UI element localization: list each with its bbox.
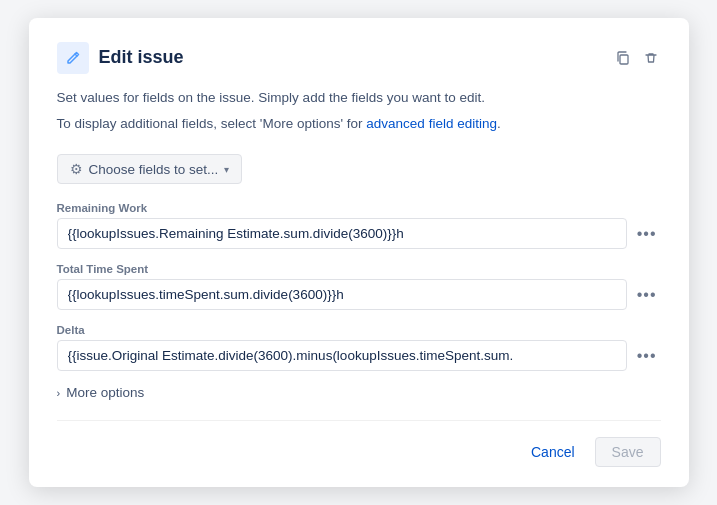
choose-fields-button[interactable]: ⚙ Choose fields to set... ▾ xyxy=(57,154,243,184)
chevron-right-icon: › xyxy=(57,387,61,399)
field-group-total-time-spent: Total Time Spent ••• xyxy=(57,263,661,310)
chevron-down-icon: ▾ xyxy=(224,164,229,175)
description-line1: Set values for fields on the issue. Simp… xyxy=(57,88,661,108)
dialog-header: Edit issue xyxy=(57,42,661,74)
header-actions xyxy=(613,48,661,68)
ellipsis-icon: ••• xyxy=(637,347,657,365)
field-label-total-time-spent: Total Time Spent xyxy=(57,263,661,275)
fields-container: Remaining Work ••• Total Time Spent ••• … xyxy=(57,202,661,371)
field-label-delta: Delta xyxy=(57,324,661,336)
delete-button[interactable] xyxy=(641,48,661,68)
more-options-label: More options xyxy=(66,385,144,400)
more-options-row[interactable]: › More options xyxy=(57,385,661,400)
field-input-delta[interactable] xyxy=(57,340,627,371)
field-more-options-remaining-work[interactable]: ••• xyxy=(633,221,661,247)
field-input-total-time-spent[interactable] xyxy=(57,279,627,310)
ellipsis-icon: ••• xyxy=(637,225,657,243)
field-more-options-total-time-spent[interactable]: ••• xyxy=(633,282,661,308)
cancel-button[interactable]: Cancel xyxy=(519,437,587,467)
field-group-delta: Delta ••• xyxy=(57,324,661,371)
svg-rect-0 xyxy=(620,55,628,64)
field-row-delta: ••• xyxy=(57,340,661,371)
dialog-footer: Cancel Save xyxy=(57,420,661,467)
save-button[interactable]: Save xyxy=(595,437,661,467)
gear-icon: ⚙ xyxy=(70,161,83,177)
copy-button[interactable] xyxy=(613,48,633,68)
field-input-remaining-work[interactable] xyxy=(57,218,627,249)
description-line2: To display additional fields, select 'Mo… xyxy=(57,114,661,134)
edit-issue-dialog: Edit issue Set values for fields on the … xyxy=(29,18,689,488)
field-row-total-time-spent: ••• xyxy=(57,279,661,310)
ellipsis-icon: ••• xyxy=(637,286,657,304)
advanced-field-editing-link[interactable]: advanced field editing xyxy=(366,116,497,131)
field-label-remaining-work: Remaining Work xyxy=(57,202,661,214)
field-more-options-delta[interactable]: ••• xyxy=(633,343,661,369)
dialog-title: Edit issue xyxy=(99,47,603,68)
pencil-icon xyxy=(57,42,89,74)
field-row-remaining-work: ••• xyxy=(57,218,661,249)
field-group-remaining-work: Remaining Work ••• xyxy=(57,202,661,249)
